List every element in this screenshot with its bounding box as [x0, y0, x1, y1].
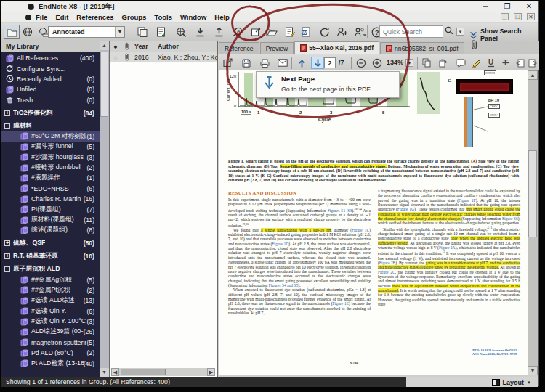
find-full-text-button[interactable]: A [230, 25, 246, 39]
export-button[interactable] [211, 25, 227, 39]
next-page-button[interactable] [311, 57, 324, 69]
expand-icon[interactable]: + [4, 240, 10, 246]
zoom-in-button[interactable] [371, 57, 384, 69]
sidebar-item[interactable]: Unfiled(0) [1, 84, 100, 94]
sidebar-item[interactable]: Recently Added(0) [1, 74, 100, 84]
sidebar-item[interactable]: #选读 ALD综述(13) [1, 295, 100, 306]
show-search-panel-button[interactable]: Show Search Panel [469, 28, 538, 42]
sidebar-item[interactable]: +R.T. 硝基苯还原(10) [1, 251, 100, 261]
import-button[interactable] [192, 25, 208, 39]
menu-item-groups[interactable]: Groups [122, 13, 147, 21]
collapse-icon[interactable]: − [4, 266, 10, 272]
close-button[interactable]: ✕ [524, 2, 534, 10]
share-library-button[interactable] [352, 25, 368, 39]
online-search-button[interactable] [173, 25, 189, 39]
sidebar-item[interactable]: ALD综述39篇 (00-18..(26) [1, 327, 100, 337]
reference-row[interactable]: ◌ 2016 Xiao, K.; Zhou, Y.; Kon [110, 52, 217, 62]
insert-citation-word-button[interactable]: W [298, 25, 314, 39]
save-pdf-button[interactable] [240, 57, 253, 69]
sidebar-item[interactable]: Charles R. Martin(16) [1, 194, 100, 204]
page-number-input[interactable]: 2 [324, 57, 336, 68]
open-pdf-window-button[interactable] [221, 57, 234, 69]
mdi-minimize-button[interactable]: ▁ [501, 13, 509, 20]
mdi-restore-button[interactable]: ❐ [514, 13, 522, 20]
collapse-icon[interactable]: − [4, 123, 10, 129]
scrollbar-thumb[interactable] [100, 52, 108, 117]
sidebar-item[interactable]: #液氮操作(1) [1, 173, 100, 183]
sidebar-item[interactable]: ##金属Ag沉积(5) [1, 274, 100, 285]
email-pdf-button[interactable] [276, 57, 289, 69]
scroll-down-icon[interactable]: ▼ [100, 368, 109, 377]
sidebar-item[interactable]: −膜材料 [1, 121, 100, 131]
output-style-combo[interactable]: Annotated ▼ [48, 26, 125, 38]
strikethrough-text-button[interactable]: T [499, 57, 512, 69]
sidebar-item[interactable]: #哑铃形 dumbbell(2) [1, 163, 100, 173]
scroll-left-icon[interactable]: ◀ [111, 368, 119, 376]
sidebar-item[interactable]: Pt ALD检索 (13-18年..(40) [1, 358, 100, 368]
expand-icon[interactable]: + [4, 110, 10, 116]
pdf-vscrollbar[interactable]: ▲ ▼ [528, 70, 538, 375]
sidebar-item[interactable]: Configure Sync... [1, 63, 100, 73]
minimize-button[interactable]: ─ [480, 2, 490, 10]
new-reference-button[interactable] [153, 25, 169, 39]
hscrollbar-thumb[interactable] [121, 369, 166, 375]
maximize-button[interactable]: ❐ [502, 2, 512, 10]
sidebar-item[interactable]: #漏斗形 funnel(5) [1, 142, 100, 152]
scroll-up-icon[interactable]: ▲ [528, 70, 538, 80]
sticky-note-button[interactable] [454, 57, 467, 69]
sidebar-item[interactable]: +TiO2作催化剂(84) [1, 107, 100, 118]
quick-search-input[interactable] [379, 25, 443, 38]
sidebar-scrollbar[interactable]: ▲ ▼ [100, 41, 109, 377]
pdf-tab[interactable]: Reference [219, 42, 259, 54]
next-view-button[interactable] [526, 57, 539, 69]
copy-button[interactable] [134, 25, 150, 39]
pdf-scrollbar-thumb[interactable] [528, 150, 537, 237]
sidebar-item[interactable]: ##金属Pt沉积(2) [1, 285, 100, 295]
sidebar-item[interactable]: #选读 Qin Y. 100°C以..(3) [1, 317, 100, 327]
sidebar-item[interactable]: −原子层沉积 ALD [1, 264, 100, 274]
sidebar-item[interactable]: *EDC+NHSS(6) [1, 184, 100, 194]
expand-icon[interactable]: + [4, 253, 10, 259]
previous-page-button[interactable] [295, 57, 308, 69]
sync-button[interactable] [317, 25, 333, 39]
open-link-button[interactable] [248, 25, 264, 39]
search-options-dropdown[interactable]: ▼ [456, 28, 464, 36]
menu-item-edit[interactable]: Edit [55, 13, 68, 21]
reference-list-header[interactable]: ● Year Author [110, 41, 217, 52]
pdf-tab[interactable]: Preview [260, 42, 294, 54]
attachment-column-header[interactable] [121, 41, 133, 52]
mdi-close-button[interactable]: ✕ [527, 13, 535, 20]
scroll-down-icon[interactable]: ▼ [528, 366, 538, 375]
zoom-dropdown[interactable]: ▼ [405, 59, 413, 67]
sidebar-item[interactable]: #60°C 2M 对称刻蚀 漏..(1) [1, 131, 100, 142]
menu-item-tools[interactable]: Tools [154, 13, 172, 21]
menu-item-help[interactable]: Help [214, 13, 230, 21]
add-user-button[interactable] [334, 25, 350, 39]
rotate-pages-button[interactable] [436, 57, 449, 69]
format-bibliography-button[interactable] [282, 25, 298, 39]
scroll-up-icon[interactable]: ▲ [100, 41, 109, 50]
sidebar-item[interactable]: 膜材料(课题组)(11) [1, 215, 100, 225]
reference-list-hscrollbar[interactable]: ◀ ▶ [111, 368, 215, 376]
sidebar-item[interactable]: +硫醇、QSF(50) [1, 238, 100, 248]
underline-text-button[interactable]: U [485, 57, 498, 69]
highlight-text-button[interactable] [470, 57, 483, 69]
online-search-mode-button[interactable] [20, 25, 36, 39]
scroll-right-icon[interactable]: ▶ [207, 368, 215, 376]
year-column-header[interactable]: Year [133, 43, 158, 50]
pdf-tab[interactable]: 55--Xiao Kai, 2016.pdf [294, 41, 379, 54]
menu-item-references[interactable]: References [76, 13, 113, 21]
zoom-out-button[interactable] [355, 57, 368, 69]
sidebar-item[interactable]: #选读 Qin Y.(6) [1, 306, 100, 316]
menu-item-window[interactable]: Window [180, 13, 206, 21]
sidebar-item[interactable]: #沙漏形 hourglass(3) [1, 152, 100, 163]
copy-selection-button[interactable] [420, 57, 433, 69]
open-file-button[interactable] [264, 25, 280, 39]
print-pdf-button[interactable] [258, 57, 271, 69]
layout-button[interactable]: Layout [503, 379, 525, 386]
layout-dropdown-arrow[interactable]: ▼ [527, 380, 531, 385]
author-column-header[interactable]: Author [158, 43, 217, 50]
sidebar-item[interactable]: Trash(0) [1, 95, 100, 105]
sidebar-item[interactable]: 综述(课题组)(8) [1, 225, 100, 235]
sidebar-item[interactable]: magnetron sputtering(5) [1, 338, 100, 348]
